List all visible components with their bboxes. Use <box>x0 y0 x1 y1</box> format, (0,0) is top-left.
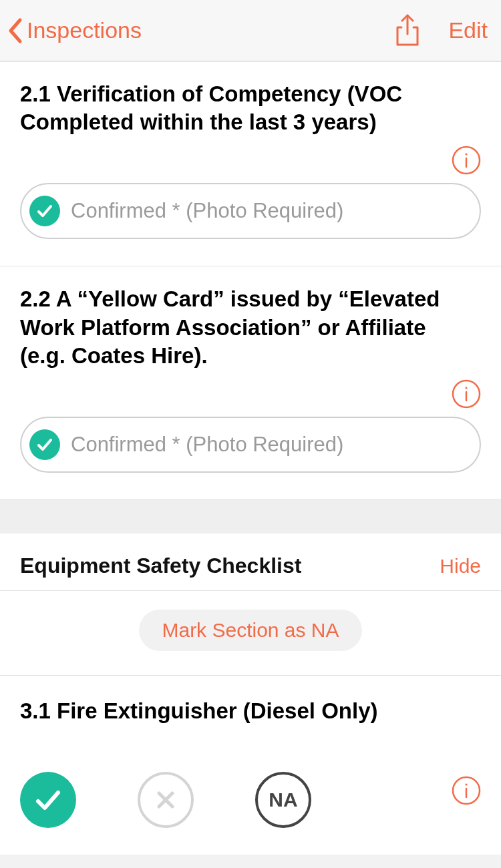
question-title: 2.1 Verification of Competency (VOC Comp… <box>20 80 481 136</box>
info-icon[interactable] <box>452 379 481 409</box>
question-2-2: 2.2 A “Yellow Card” issued by “Elevated … <box>0 266 501 500</box>
answer-yes-button[interactable] <box>20 772 76 828</box>
section-divider <box>0 500 501 533</box>
edit-button[interactable]: Edit <box>448 17 488 43</box>
back-button[interactable]: Inspections <box>7 17 142 44</box>
question-title: 2.2 A “Yellow Card” issued by “Elevated … <box>20 285 481 370</box>
question-title: 3.1 Fire Extinguisher (Diesel Only) <box>20 697 481 725</box>
confirm-label: Confirmed * (Photo Required) <box>71 433 343 457</box>
info-icon[interactable] <box>452 776 481 805</box>
share-icon[interactable] <box>393 14 422 47</box>
confirm-pill[interactable]: Confirmed * (Photo Required) <box>20 417 481 473</box>
na-label: NA <box>269 789 297 811</box>
check-icon <box>29 429 60 460</box>
mark-section-na-button[interactable]: Mark Section as NA <box>139 610 361 651</box>
svg-point-2 <box>465 154 467 156</box>
section-header: Equipment Safety Checklist Hide <box>0 533 501 591</box>
check-icon <box>29 196 60 226</box>
answer-row: NA <box>20 768 481 828</box>
confirm-pill[interactable]: Confirmed * (Photo Required) <box>20 183 481 239</box>
mark-na-row: Mark Section as NA <box>0 591 501 676</box>
navbar: Inspections Edit <box>0 0 501 61</box>
back-label: Inspections <box>27 17 142 43</box>
hide-button[interactable]: Hide <box>440 555 481 578</box>
answer-na-button[interactable]: NA <box>255 772 311 828</box>
answer-no-button[interactable] <box>138 772 194 828</box>
question-3-1: 3.1 Fire Extinguisher (Diesel Only) NA <box>0 676 501 855</box>
svg-point-5 <box>465 387 467 389</box>
confirm-label: Confirmed * (Photo Required) <box>71 199 343 223</box>
section-title: Equipment Safety Checklist <box>20 554 440 578</box>
info-icon[interactable] <box>452 146 481 175</box>
svg-point-8 <box>465 784 467 786</box>
chevron-left-icon <box>7 17 23 44</box>
question-2-1: 2.1 Verification of Competency (VOC Comp… <box>0 61 501 266</box>
